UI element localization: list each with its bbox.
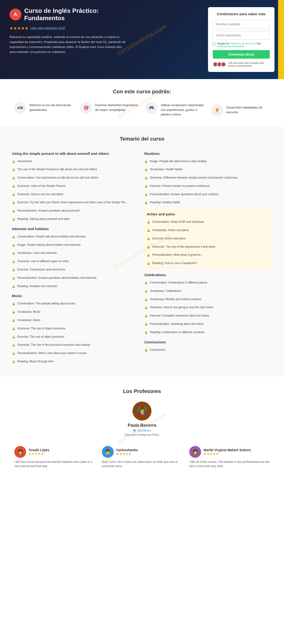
lock-icon: 🔒 (12, 284, 16, 288)
benefit-icon-4: 👂 (211, 104, 223, 116)
reviewer-name-1: Tonalii López (28, 448, 50, 452)
lock-icon: 🔒 (144, 176, 148, 180)
reviewer-header-3: 👩 Marilú Virginia Malavé Subero ★★★★★ (189, 446, 270, 458)
lesson-item: 🔒 Personalization: Answer questions abou… (12, 207, 140, 215)
lesson-text: Personalization: Speaking about the futu… (150, 322, 204, 326)
lesson-item: 🔒 Reading: Healthy habits (144, 198, 272, 207)
lock-icon: 🔒 (12, 184, 16, 188)
lock-icon: 🔒 (12, 201, 16, 205)
lesson-item: 🔒 Vocabulary: Music (12, 308, 140, 316)
header-left: A Curso de Inglés Práctico: Fundamentos … (10, 7, 198, 54)
lock-icon: 🔒 (12, 217, 16, 221)
benefit-item-2: 🎯 Dominar elementos lingüísticos de mayo… (80, 102, 139, 117)
teachers-section: cursosoferta.com Los Profesores 👩‍🏫 Paul… (0, 376, 284, 480)
lesson-text: Conversation: Two people talking about m… (17, 302, 76, 306)
lesson-item: 🔒 Reading: Music through time (12, 358, 140, 366)
lesson-item: 🔒 Grammar: The use of object pronouns (12, 324, 140, 333)
lesson-item: 🔒 Grammar: The use of the expressions if… (147, 243, 270, 251)
reviewer-card-3: 👩 Marilú Virginia Malavé Subero ★★★★★ I … (189, 446, 270, 468)
lesson-item: 🔒 Vocabulary: Aches and pains (147, 226, 270, 234)
lesson-text: Vocabulary: Health Habits (150, 168, 182, 172)
email-input[interactable] (213, 31, 270, 40)
lesson-item: 🔒 Exercise: Present simple vs present co… (144, 182, 272, 190)
benefits-title: Con este curso podrás: (14, 88, 270, 95)
lesson-text: Grammar: The use of object pronouns (17, 326, 66, 330)
lesson-text: Personalization: Write what is good for.… (152, 253, 203, 257)
lock-icon: 🔒 (12, 235, 16, 239)
teacher-twitter: 🐦 @polibesa (133, 429, 151, 432)
lock-icon: 🔒 (12, 251, 16, 255)
lesson-item: 🔒 Grammar: Use of different types of ver… (12, 258, 140, 266)
lesson-item: 🔒 Conversation: Head of HR and employee (147, 218, 270, 226)
module-aches: Aches and pains 🔒 Conversation: Head of … (144, 208, 272, 270)
lock-icon: 🔒 (12, 168, 16, 172)
lock-icon: 🔒 (12, 160, 16, 164)
benefit-text-2: Dominar elementos lingüísticos de mayor … (95, 102, 139, 112)
lock-icon: 🔒 (12, 327, 16, 331)
lesson-item: 🔒 Reading: Celebrations in different cou… (144, 328, 272, 337)
benefits-section: cursosoferta.com Con este curso podrás: … (0, 79, 284, 126)
lock-icon: 🔒 (144, 192, 148, 196)
lock-icon: 🔒 (144, 330, 148, 334)
terms-checkbox[interactable] (213, 42, 216, 46)
lock-icon: 🔒 (144, 322, 148, 326)
curriculum-title: Temario del curso (10, 136, 274, 142)
pencil-decoration (278, 0, 284, 79)
submit-button[interactable]: Comienza ahora (213, 50, 270, 59)
module-1-title: Using the simple present to talk about o… (12, 149, 140, 158)
lock-icon: 🔒 (147, 220, 150, 224)
lesson-text: Image: People talking about hobbies and … (17, 243, 80, 247)
module-conclusions: Conclusions 🔒 Conclusions (144, 338, 272, 354)
lock-icon: 🔒 (144, 184, 148, 188)
reviewer-avatar-2: 👨 (102, 446, 114, 458)
module-celebrations-title: Celebrations (144, 270, 272, 279)
lesson-item: 🔒 Personalization: Speaking about the fu… (144, 320, 272, 328)
lesson-text: Grammar: Difference between simple prese… (150, 176, 238, 180)
main-teacher: 👩‍🏫 Paula Becerra 🐦 @polibesa Education … (14, 402, 270, 436)
lesson-text: Vocabulary: Music (17, 310, 40, 314)
lesson-item: 🔒 Conclusions (144, 346, 272, 354)
lesson-text: Vocabulary: Likes and interests (17, 251, 57, 255)
header-logo: A Curso de Inglés Práctico: Fundamentos (10, 7, 198, 22)
lesson-text: The use of the Simple Present to talk ab… (17, 168, 97, 172)
benefit-icon-1: A/B (14, 102, 26, 114)
lesson-text: Reading: Celebrations in different count… (150, 330, 204, 334)
reviewer-stars-2: ★★★★★ (116, 452, 138, 456)
benefit-text-1: Reforzar el uso de estructuras gramatica… (30, 102, 73, 112)
benefit-item-4: 👂 Desarrollar habilidades de escucha (211, 104, 270, 117)
lock-icon: 🔒 (144, 348, 148, 352)
lesson-text: Exercise: Complete sentences about the f… (150, 314, 209, 318)
teacher-avatar: 👩‍🏫 (132, 402, 152, 420)
privacy-link[interactable]: Políticas de Privacidad (217, 45, 244, 48)
curriculum-right: Routines 🔒 Image: People talk about how … (142, 149, 274, 367)
reviewer-card-1: 👩 Tonalii López ★★★★★ I like this course… (14, 446, 95, 468)
reviewer-avatar-3: 👩 (189, 446, 201, 458)
name-input[interactable] (213, 20, 270, 28)
lock-icon: 🔒 (144, 201, 148, 205)
lesson-item: 🔒 Grammar: Uses of the Simple Present (12, 182, 140, 190)
reviews-link[interactable]: Leer más opiniones (519) (30, 26, 65, 30)
lesson-item: 🔒 Conversation: Celebrations in differen… (144, 279, 272, 287)
module-simple-present: Using the simple present to talk about o… (12, 149, 140, 224)
lesson-item: 🔒 Grammar: How to use going to and the n… (144, 304, 272, 312)
reviewer-text-2: Buen curso. No vi todos los videos pero … (102, 460, 182, 468)
star-rating: ★★★★★ (10, 26, 28, 31)
lesson-item: 🔒 Grammar: Difference between simple pre… (144, 174, 272, 182)
reviewer-card-2: 👨 Carlosshanks ★★★★★ Buen curso. No vi t… (102, 446, 182, 468)
lesson-text: Vocabulary: Celebrations (150, 289, 182, 293)
lock-icon: 🔒 (144, 298, 148, 302)
lesson-text: Conclusions (150, 348, 165, 352)
lesson-text: Grammar: The use of the expressions if a… (152, 245, 215, 249)
lesson-text: Image: People talk about how to stay hea… (150, 159, 206, 163)
lock-icon: 🔒 (12, 302, 16, 306)
lock-icon: 🔒 (144, 281, 148, 285)
lesson-text: Grammar: Uses of the Simple Present (17, 184, 66, 188)
social-proof-text: 128 personas han tomado este curso recie… (228, 62, 270, 67)
module-routines: Routines 🔒 Image: People talk about how … (144, 149, 272, 207)
lock-icon: 🔒 (147, 262, 150, 266)
terms-link[interactable]: Términos de Servicio (230, 42, 254, 45)
lesson-item: 🔒 Reading: How to cure a headache? (147, 259, 270, 268)
header-description: Refuerza tu capacidad auditiva, entiende… (10, 35, 128, 54)
lock-icon: 🔒 (12, 243, 16, 247)
lesson-item: 🔒 Vocabulary: Music (12, 316, 140, 324)
